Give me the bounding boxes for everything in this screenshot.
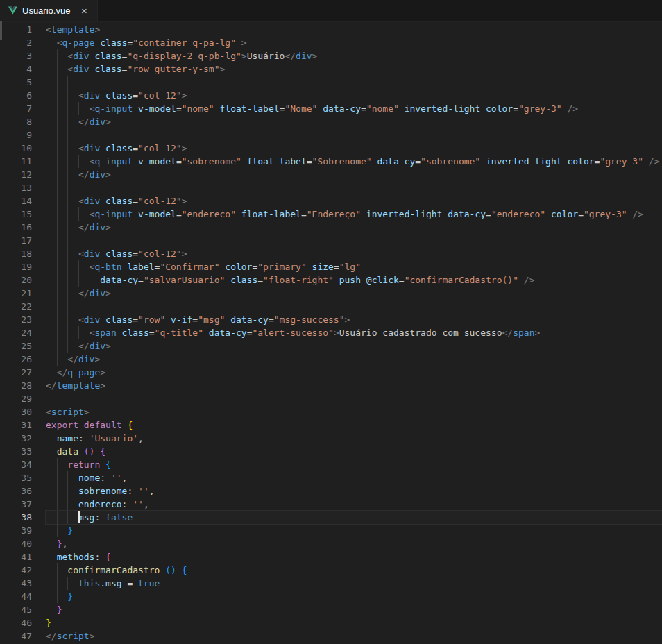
- line-number[interactable]: 11: [0, 155, 46, 168]
- code-line-content[interactable]: }: [46, 590, 662, 603]
- code-line-34[interactable]: 34 return {: [0, 458, 662, 471]
- code-line-content[interactable]: <q-page class="container q-pa-lg" >: [46, 36, 662, 49]
- line-number[interactable]: 37: [0, 498, 46, 511]
- code-line-39[interactable]: 39 }: [0, 524, 662, 537]
- code-line-46[interactable]: 46}: [0, 616, 662, 629]
- line-number[interactable]: 35: [0, 471, 46, 484]
- code-line-content[interactable]: [46, 300, 662, 313]
- line-number[interactable]: 36: [0, 484, 46, 498]
- code-line-content[interactable]: [46, 181, 662, 194]
- code-line-38[interactable]: 38 msg: false: [0, 511, 662, 524]
- line-number[interactable]: 4: [0, 62, 46, 76]
- tab-usuario-vue[interactable]: Usuario.vue ×: [0, 0, 98, 21]
- code-line-content[interactable]: </div>: [46, 353, 662, 366]
- code-line-23[interactable]: 23 <div class="row" v-if="msg" data-cy="…: [0, 313, 662, 326]
- code-line-content[interactable]: <div class="col-12">: [46, 194, 662, 207]
- code-line-content[interactable]: </div>: [46, 339, 662, 353]
- line-number[interactable]: 1: [0, 23, 46, 36]
- code-line-content[interactable]: </q-page>: [46, 366, 662, 379]
- code-line-42[interactable]: 42 confirmarCadastro () {: [0, 564, 662, 577]
- code-line-content[interactable]: <div class="col-12">: [46, 89, 662, 102]
- line-number[interactable]: 6: [0, 89, 46, 102]
- code-line-29[interactable]: 29: [0, 392, 662, 405]
- code-line-44[interactable]: 44 }: [0, 590, 662, 603]
- code-line-32[interactable]: 32 name: 'Usuario',: [0, 432, 662, 445]
- code-line-47[interactable]: 47</script>: [0, 629, 662, 643]
- code-line-36[interactable]: 36 sobrenome: '',: [0, 484, 662, 498]
- code-line-content[interactable]: [46, 128, 662, 142]
- code-line-content[interactable]: <div class="row" v-if="msg" data-cy="msg…: [46, 313, 662, 326]
- line-number[interactable]: 26: [0, 353, 46, 366]
- code-line-35[interactable]: 35 nome: '',: [0, 471, 662, 484]
- line-number[interactable]: 22: [0, 300, 46, 313]
- code-line-3[interactable]: 3 <div class="q-display-2 q-pb-lg">Usuár…: [0, 49, 662, 62]
- code-line-43[interactable]: 43 this.msg = true: [0, 577, 662, 590]
- code-line-18[interactable]: 18 <div class="col-12">: [0, 247, 662, 260]
- code-line-content[interactable]: confirmarCadastro () {: [46, 564, 662, 577]
- line-number[interactable]: 9: [0, 128, 46, 142]
- code-line-12[interactable]: 12 </div>: [0, 168, 662, 181]
- code-line-6[interactable]: 6 <div class="col-12">: [0, 89, 662, 102]
- line-number[interactable]: 41: [0, 550, 46, 564]
- code-line-content[interactable]: <q-btn label="Confirmar" color="primary"…: [46, 260, 662, 273]
- code-line-content[interactable]: </div>: [46, 168, 662, 181]
- code-line-content[interactable]: </div>: [46, 221, 662, 234]
- code-editor[interactable]: 1<template>2 <q-page class="container q-…: [0, 22, 662, 643]
- code-line-7[interactable]: 7 <q-input v-model="nome" float-label="N…: [0, 102, 662, 115]
- code-line-content[interactable]: <span class="q-title" data-cy="alert-suc…: [46, 326, 662, 339]
- code-line-content[interactable]: </script>: [46, 629, 662, 643]
- line-number[interactable]: 5: [0, 76, 46, 89]
- code-line-content[interactable]: <div class="col-12">: [46, 247, 662, 260]
- line-number[interactable]: 25: [0, 339, 46, 353]
- code-line-content[interactable]: endereco: '',: [46, 498, 662, 511]
- code-line-content[interactable]: methods: {: [46, 550, 662, 564]
- code-line-content[interactable]: }: [46, 616, 662, 629]
- code-line-13[interactable]: 13: [0, 181, 662, 194]
- line-number[interactable]: 23: [0, 313, 46, 326]
- code-line-content[interactable]: },: [46, 537, 662, 550]
- code-line-content[interactable]: data-cy="salvarUsuario" class="float-rig…: [46, 273, 662, 287]
- code-line-19[interactable]: 19 <q-btn label="Confirmar" color="prima…: [0, 260, 662, 273]
- code-line-5[interactable]: 5: [0, 76, 662, 89]
- line-number[interactable]: 38: [0, 511, 46, 524]
- line-number[interactable]: 19: [0, 260, 46, 273]
- code-line-14[interactable]: 14 <div class="col-12">: [0, 194, 662, 207]
- code-line-content[interactable]: </div>: [46, 287, 662, 300]
- code-line-16[interactable]: 16 </div>: [0, 221, 662, 234]
- line-number[interactable]: 15: [0, 207, 46, 221]
- code-line-21[interactable]: 21 </div>: [0, 287, 662, 300]
- code-line-content[interactable]: <q-input v-model="nome" float-label="Nom…: [46, 102, 662, 115]
- code-line-33[interactable]: 33 data () {: [0, 445, 662, 458]
- line-number[interactable]: 21: [0, 287, 46, 300]
- line-number[interactable]: 2: [0, 36, 46, 49]
- code-line-content[interactable]: <div class="q-display-2 q-pb-lg">Usuário…: [46, 49, 662, 62]
- code-line-content[interactable]: <q-input v-model="sobrenome" float-label…: [46, 155, 662, 168]
- code-line-2[interactable]: 2 <q-page class="container q-pa-lg" >: [0, 36, 662, 49]
- line-number[interactable]: 42: [0, 564, 46, 577]
- line-number[interactable]: 24: [0, 326, 46, 339]
- code-line-26[interactable]: 26 </div>: [0, 353, 662, 366]
- code-line-content[interactable]: <div class="row gutter-y-sm">: [46, 62, 662, 76]
- code-line-content[interactable]: data () {: [46, 445, 662, 458]
- code-line-content[interactable]: <template>: [46, 23, 662, 36]
- code-line-37[interactable]: 37 endereco: '',: [0, 498, 662, 511]
- tab-close-icon[interactable]: ×: [78, 6, 90, 16]
- line-number[interactable]: 28: [0, 379, 46, 392]
- code-line-11[interactable]: 11 <q-input v-model="sobrenome" float-la…: [0, 155, 662, 168]
- code-line-25[interactable]: 25 </div>: [0, 339, 662, 353]
- code-line-content[interactable]: </template>: [46, 379, 662, 392]
- line-number[interactable]: 17: [0, 234, 46, 247]
- code-line-content[interactable]: <script>: [46, 405, 662, 418]
- code-line-content[interactable]: }: [46, 603, 662, 616]
- line-number[interactable]: 20: [0, 273, 46, 287]
- line-number[interactable]: 45: [0, 603, 46, 616]
- line-number[interactable]: 3: [0, 49, 46, 62]
- line-number[interactable]: 40: [0, 537, 46, 550]
- code-line-8[interactable]: 8 </div>: [0, 115, 662, 128]
- line-number[interactable]: 12: [0, 168, 46, 181]
- line-number[interactable]: 13: [0, 181, 46, 194]
- line-number[interactable]: 34: [0, 458, 46, 471]
- code-line-content[interactable]: [46, 234, 662, 247]
- line-number[interactable]: 31: [0, 418, 46, 432]
- code-line-content[interactable]: sobrenome: '',: [46, 484, 662, 498]
